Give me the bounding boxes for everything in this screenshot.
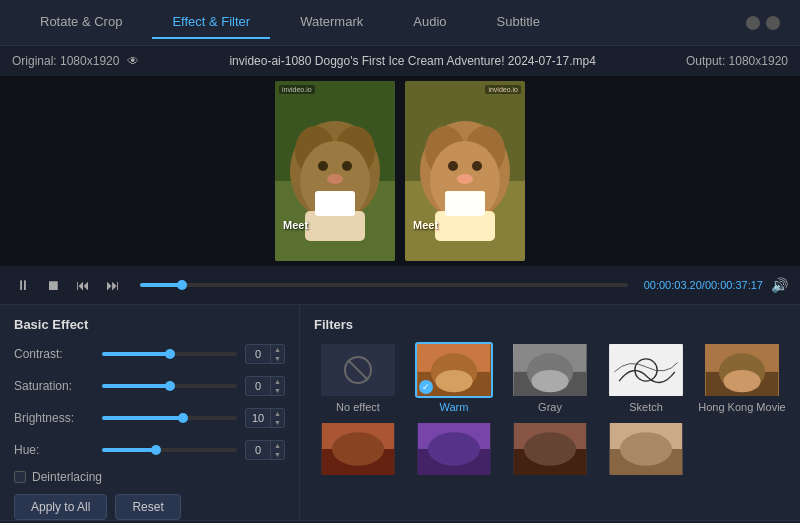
- brightness-row: Brightness: 10 ▲ ▼: [14, 406, 285, 430]
- contrast-label: Contrast:: [14, 347, 94, 361]
- svg-point-21: [457, 174, 473, 184]
- filter-row2a[interactable]: [314, 421, 402, 480]
- svg-rect-7: [315, 191, 355, 216]
- contrast-up[interactable]: ▲: [271, 345, 284, 354]
- svg-point-8: [318, 161, 328, 171]
- filter-gray[interactable]: Gray: [506, 342, 594, 413]
- original-preview: invideo.io Meet: [275, 81, 395, 261]
- eye-icon[interactable]: 👁: [127, 54, 139, 68]
- filter-thumb-warm: ✓: [415, 342, 493, 398]
- filter-thumb-gray: [511, 342, 589, 398]
- reset-button[interactable]: Reset: [115, 494, 180, 520]
- filter-panel: Filters No effect: [300, 305, 800, 520]
- output-preview: invideo.io Meet: [405, 81, 525, 261]
- contrast-thumb[interactable]: [165, 349, 175, 359]
- original-resolution: Original: 1080x1920: [12, 54, 119, 68]
- contrast-down[interactable]: ▼: [271, 354, 284, 363]
- thumb-label-left: Meet: [283, 219, 308, 231]
- prev-button[interactable]: ⏮: [72, 274, 94, 296]
- saturation-value: 0: [246, 380, 270, 392]
- hue-thumb[interactable]: [151, 445, 161, 455]
- filter-thumb-row2c: [511, 421, 589, 477]
- brightness-value-box[interactable]: 10 ▲ ▼: [245, 408, 285, 428]
- deinterlacing-checkbox[interactable]: [14, 471, 26, 483]
- watermark-right: invideo.io: [485, 85, 521, 94]
- svg-line-23: [348, 360, 368, 380]
- filter-thumb-row2a: [319, 421, 397, 477]
- filter-thumb-sketch: [607, 342, 685, 398]
- tab-bar: Rotate & Crop Effect & Filter Watermark …: [0, 0, 800, 46]
- hue-fill: [102, 448, 156, 452]
- saturation-value-box[interactable]: 0 ▲ ▼: [245, 376, 285, 396]
- filter-hk-movie[interactable]: Hong Kong Movie: [698, 342, 786, 413]
- hue-slider[interactable]: [102, 448, 237, 452]
- progress-fill: [140, 283, 182, 287]
- saturation-slider[interactable]: [102, 384, 237, 388]
- saturation-label: Saturation:: [14, 379, 94, 393]
- svg-point-46: [524, 432, 576, 465]
- info-bar: Original: 1080x1920 👁 invideo-ai-1080 Do…: [0, 46, 800, 76]
- filter-no-effect[interactable]: No effect: [314, 342, 402, 413]
- hue-value: 0: [246, 444, 270, 456]
- brightness-fill: [102, 416, 183, 420]
- thumb-label-right: Meet: [413, 219, 438, 231]
- saturation-down[interactable]: ▼: [271, 386, 284, 395]
- filter-row2b[interactable]: [410, 421, 498, 480]
- svg-rect-18: [445, 191, 485, 216]
- volume-icon[interactable]: 🔊: [771, 277, 788, 293]
- filter-name-no-effect: No effect: [336, 401, 380, 413]
- brightness-slider[interactable]: [102, 416, 237, 420]
- warm-selected-check: ✓: [419, 380, 433, 394]
- filter-thumb-row2b: [415, 421, 493, 477]
- action-buttons: Apply to All Reset: [14, 494, 285, 520]
- tab-subtitle[interactable]: Subtitle: [477, 6, 560, 39]
- saturation-row: Saturation: 0 ▲ ▼: [14, 374, 285, 398]
- saturation-up[interactable]: ▲: [271, 377, 284, 386]
- svg-point-40: [332, 432, 384, 465]
- svg-point-20: [472, 161, 482, 171]
- progress-bar[interactable]: [140, 283, 628, 287]
- tab-effect-filter[interactable]: Effect & Filter: [152, 6, 270, 39]
- effect-panel: Basic Effect Contrast: 0 ▲ ▼ Saturation:: [0, 305, 300, 520]
- brightness-value: 10: [246, 412, 270, 424]
- filter-thumb-no-effect: [319, 342, 397, 398]
- filter-thumb-row2d: [607, 421, 685, 477]
- output-resolution: Output: 1080x1920: [686, 54, 788, 68]
- contrast-slider[interactable]: [102, 352, 237, 356]
- next-button[interactable]: ⏭: [102, 274, 124, 296]
- apply-to-all-button[interactable]: Apply to All: [14, 494, 107, 520]
- filter-grid: No effect ✓ Warm: [314, 342, 786, 480]
- hue-value-box[interactable]: 0 ▲ ▼: [245, 440, 285, 460]
- svg-point-43: [428, 432, 480, 465]
- filter-name-warm: Warm: [440, 401, 469, 413]
- deinterlacing-row: Deinterlacing: [14, 470, 285, 484]
- hue-down[interactable]: ▼: [271, 450, 284, 459]
- filter-row2c[interactable]: [506, 421, 594, 480]
- brightness-thumb[interactable]: [178, 413, 188, 423]
- window-controls: [746, 16, 780, 30]
- hue-up[interactable]: ▲: [271, 441, 284, 450]
- watermark-left: invideo.io: [279, 85, 315, 94]
- filter-warm[interactable]: ✓ Warm: [410, 342, 498, 413]
- saturation-thumb[interactable]: [165, 381, 175, 391]
- stop-button[interactable]: ⏹: [42, 274, 64, 296]
- filter-row2d[interactable]: [602, 421, 690, 480]
- contrast-value-box[interactable]: 0 ▲ ▼: [245, 344, 285, 364]
- tab-rotate-crop[interactable]: Rotate & Crop: [20, 6, 142, 39]
- filter-panel-title: Filters: [314, 317, 786, 332]
- brightness-up[interactable]: ▲: [271, 409, 284, 418]
- minimize-button[interactable]: [746, 16, 760, 30]
- controls-bar: ⏸ ⏹ ⏮ ⏭ 00:00:03.20/00:00:37:17 🔊: [0, 266, 800, 304]
- pause-button[interactable]: ⏸: [12, 274, 34, 296]
- svg-point-19: [448, 161, 458, 171]
- filter-sketch[interactable]: Sketch: [602, 342, 690, 413]
- brightness-down[interactable]: ▼: [271, 418, 284, 427]
- effect-panel-title: Basic Effect: [14, 317, 285, 332]
- maximize-button[interactable]: [766, 16, 780, 30]
- tab-audio[interactable]: Audio: [393, 6, 466, 39]
- hue-label: Hue:: [14, 443, 94, 457]
- svg-point-9: [342, 161, 352, 171]
- contrast-fill: [102, 352, 170, 356]
- tab-watermark[interactable]: Watermark: [280, 6, 383, 39]
- svg-point-37: [723, 370, 760, 392]
